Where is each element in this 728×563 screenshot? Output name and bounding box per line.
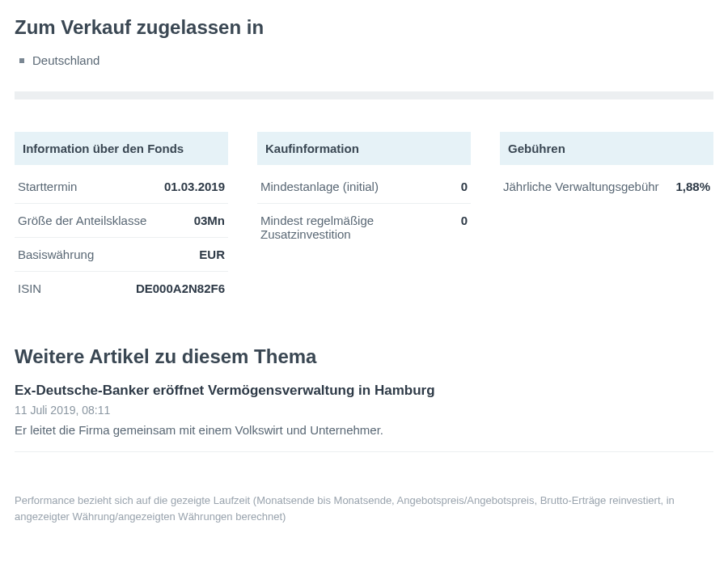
table-row: Starttermin 01.03.2019 <box>15 170 228 204</box>
row-value: 03Mn <box>194 214 225 227</box>
allowed-heading: Zum Verkauf zugelassen in <box>15 16 713 39</box>
article-summary: Er leitet die Firma gemeinsam mit einem … <box>15 423 713 437</box>
purchase-info-column: Kaufinformation Mindestanlage (initial) … <box>257 132 471 305</box>
article-date: 11 Juli 2019, 08:11 <box>15 404 713 417</box>
bullet-icon <box>19 58 24 63</box>
row-value: 0 <box>461 214 468 227</box>
row-label: Mindest regelmäßige Zusatzinvestition <box>260 214 451 241</box>
row-label: Mindestanlage (initial) <box>260 180 451 193</box>
info-columns: Information über den Fonds Starttermin 0… <box>15 132 713 305</box>
row-value: 01.03.2019 <box>164 180 225 193</box>
section-separator <box>15 91 713 99</box>
performance-footnote: Performance bezieht sich auf die gezeigt… <box>15 493 678 524</box>
allowed-list: Deutschland <box>19 53 713 67</box>
table-row: Mindestanlage (initial) 0 <box>257 170 471 204</box>
row-label: Basiswährung <box>18 248 189 261</box>
fund-info-header: Information über den Fonds <box>15 132 228 165</box>
related-heading: Weitere Artikel zu diesem Thema <box>15 345 713 368</box>
row-value: EUR <box>199 248 225 261</box>
row-value: 0 <box>461 180 468 193</box>
row-value: DE000A2N82F6 <box>136 282 225 295</box>
row-label: Größe der Anteilsklasse <box>18 214 184 227</box>
fund-info-column: Information über den Fonds Starttermin 0… <box>15 132 228 305</box>
table-row: Größe der Anteilsklasse 03Mn <box>15 204 228 238</box>
row-value: 1,88% <box>675 180 710 193</box>
fees-column: Gebühren Jährliche Verwaltungsgebühr 1,8… <box>500 132 713 305</box>
table-row: Jährliche Verwaltungsgebühr 1,88% <box>500 170 713 203</box>
article-title: Ex-Deutsche-Banker eröffnet Vermögensver… <box>15 383 713 399</box>
allowed-country: Deutschland <box>32 53 99 67</box>
article-item[interactable]: Ex-Deutsche-Banker eröffnet Vermögensver… <box>15 383 713 437</box>
table-row: Basiswährung EUR <box>15 238 228 272</box>
purchase-info-header: Kaufinformation <box>257 132 471 165</box>
article-divider <box>15 451 713 452</box>
row-label: Jährliche Verwaltungsgebühr <box>503 180 666 193</box>
table-row: ISIN DE000A2N82F6 <box>15 272 228 305</box>
allowed-item: Deutschland <box>19 53 713 67</box>
row-label: Starttermin <box>18 180 154 193</box>
row-label: ISIN <box>18 282 126 295</box>
fees-header: Gebühren <box>500 132 713 165</box>
table-row: Mindest regelmäßige Zusatzinvestition 0 <box>257 204 471 251</box>
